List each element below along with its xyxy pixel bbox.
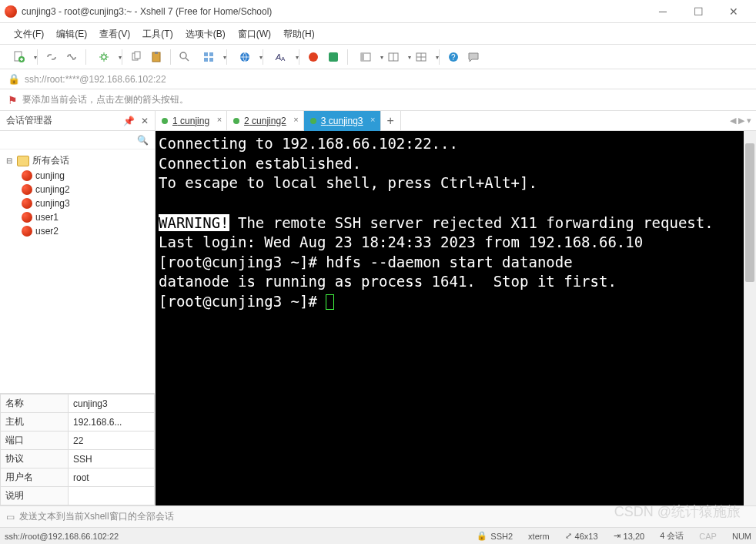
maximize-button[interactable]: ☐ [681, 0, 716, 23]
xshell-button[interactable] [304, 48, 323, 66]
menu-edit[interactable]: 编辑(E) [50, 23, 93, 45]
prop-port: 端口22 [1, 432, 155, 450]
session-item-cunjing2[interactable]: cunjing2 [3, 183, 152, 196]
session-label: cunjing [35, 170, 65, 181]
minimize-button[interactable]: ─ [645, 0, 681, 23]
status-pos: ⇥13,20 [614, 531, 645, 541]
find-button[interactable] [176, 48, 194, 66]
session-label: cunjing3 [35, 198, 70, 209]
font-icon: AA [275, 51, 287, 63]
globe-button[interactable]: ▾ [232, 48, 258, 66]
send-input[interactable]: 发送文本到当前Xshell窗口的全部会话 [19, 510, 750, 523]
menu-help[interactable]: 帮助(H) [277, 23, 321, 45]
session-item-cunjing3[interactable]: cunjing3 [3, 196, 152, 210]
copy-icon [130, 51, 142, 63]
lock-icon: 🔒 [477, 531, 487, 541]
flag-icon: ⚑ [8, 94, 18, 106]
menu-file[interactable]: 文件(F) [8, 23, 50, 45]
menu-view[interactable]: 查看(V) [93, 23, 136, 45]
prop-host: 主机192.168.6... [1, 413, 155, 432]
titlebar: cunjing3 - root@cunjing3:~ - Xshell 7 (F… [0, 0, 756, 23]
copy-button[interactable] [127, 48, 146, 66]
status-dot-icon [233, 118, 239, 124]
split-icon [387, 51, 400, 63]
warning-badge: WARNING! [159, 214, 229, 231]
reconnect-button[interactable] [42, 48, 61, 66]
paste-button[interactable] [147, 48, 166, 66]
svg-point-7 [180, 52, 186, 59]
svg-rect-16 [329, 52, 338, 62]
tab-bar: 1 cunjing× 2 cunjing2× 3 cunjing3× + ◀ ▶… [156, 111, 756, 131]
svg-rect-18 [361, 53, 364, 61]
content-area: 1 cunjing× 2 cunjing2× 3 cunjing3× + ◀ ▶… [156, 111, 756, 505]
svg-point-2 [102, 55, 106, 59]
status-bar: ssh://root@192.168.66.102:22 🔒SSH2 xterm… [0, 527, 756, 544]
terminal-scrollbar[interactable] [744, 131, 756, 505]
session-icon [22, 170, 32, 181]
app-icon [5, 5, 17, 18]
view1-button[interactable]: ▾ [353, 48, 379, 66]
tab-cunjing3[interactable]: 3 cunjing3× [304, 111, 381, 131]
session-item-user1[interactable]: user1 [3, 210, 152, 224]
window-title: cunjing3 - root@cunjing3:~ - Xshell 7 (F… [22, 6, 645, 17]
tree-root-label: 所有会话 [32, 154, 69, 167]
prop-name: 名称cunjing3 [1, 395, 155, 413]
tab-cunjing2[interactable]: 2 cunjing2× [227, 111, 304, 131]
session-icon [22, 184, 32, 195]
unlink-icon [65, 51, 78, 63]
sidebar-search[interactable]: 🔍 [0, 131, 155, 149]
xftp-button[interactable] [324, 48, 343, 66]
font-button[interactable]: AA▾ [268, 48, 294, 66]
disconnect-button[interactable] [62, 48, 81, 66]
terminal[interactable]: Connecting to 192.168.66.102:22... Conne… [156, 131, 756, 505]
menu-tools[interactable]: 工具(T) [136, 23, 179, 45]
close-button[interactable]: ✕ [716, 0, 751, 23]
close-tab-icon[interactable]: × [370, 115, 375, 124]
scrollbar-thumb[interactable] [745, 143, 754, 282]
sidebar: 会话管理器 📌 ✕ 🔍 ⊟ 所有会话 cunjing cunjing2 cunj… [0, 111, 156, 505]
new-file-icon [13, 51, 25, 63]
chat-icon [467, 51, 480, 63]
sidebar-title: 会话管理器 [6, 114, 123, 127]
tree-root[interactable]: ⊟ 所有会话 [3, 153, 152, 169]
size-icon: ⤢ [565, 531, 572, 541]
status-dot-icon [310, 118, 316, 124]
globe-icon [239, 51, 251, 63]
session-item-user2[interactable]: user2 [3, 224, 152, 238]
view2-button[interactable]: ▾ [380, 48, 406, 66]
layout-button[interactable]: ▾ [196, 48, 222, 66]
help-button[interactable]: ? [444, 48, 463, 66]
close-tab-icon[interactable]: × [217, 115, 222, 124]
properties-button[interactable]: ▾ [91, 48, 117, 66]
tab-cunjing[interactable]: 1 cunjing× [156, 111, 227, 131]
svg-rect-6 [155, 52, 158, 54]
gear-icon [98, 51, 110, 63]
new-tab-button[interactable]: + [381, 111, 401, 131]
session-icon [22, 226, 32, 237]
menu-window[interactable]: 窗口(W) [232, 23, 277, 45]
prop-user: 用户名root [1, 468, 155, 487]
address-bar: 🔒 ssh://root:****@192.168.66.102:22 [0, 69, 756, 89]
chat-button[interactable] [464, 48, 483, 66]
session-label: user1 [35, 212, 59, 223]
xftp-icon [327, 51, 340, 63]
view3-button[interactable]: ▾ [408, 48, 434, 66]
panel-icon [360, 51, 372, 63]
menubar: 文件(F) 编辑(E) 查看(V) 工具(T) 选项卡(B) 窗口(W) 帮助(… [0, 23, 756, 45]
collapse-icon[interactable]: ⊟ [5, 156, 14, 165]
svg-rect-10 [204, 58, 208, 62]
info-bar: ⚑ 要添加当前会话，点击左侧的箭头按钮。 [0, 89, 756, 111]
lock-icon: 🔒 [8, 73, 20, 85]
clipboard-icon [150, 51, 162, 63]
new-session-button[interactable]: ▾ [6, 48, 32, 66]
sidebar-close[interactable]: ✕ [141, 116, 149, 126]
session-item-cunjing[interactable]: cunjing [3, 169, 152, 183]
session-tree: ⊟ 所有会话 cunjing cunjing2 cunjing3 user1 u… [0, 149, 155, 393]
pin-icon[interactable]: 📌 [123, 116, 135, 126]
svg-text:?: ? [451, 53, 456, 62]
close-tab-icon[interactable]: × [293, 115, 298, 124]
address-text[interactable]: ssh://root:****@192.168.66.102:22 [25, 74, 166, 85]
sidebar-header: 会话管理器 📌 ✕ [0, 111, 155, 131]
menu-tabs[interactable]: 选项卡(B) [179, 23, 232, 45]
tab-nav[interactable]: ◀ ▶ ▾ [725, 116, 756, 126]
